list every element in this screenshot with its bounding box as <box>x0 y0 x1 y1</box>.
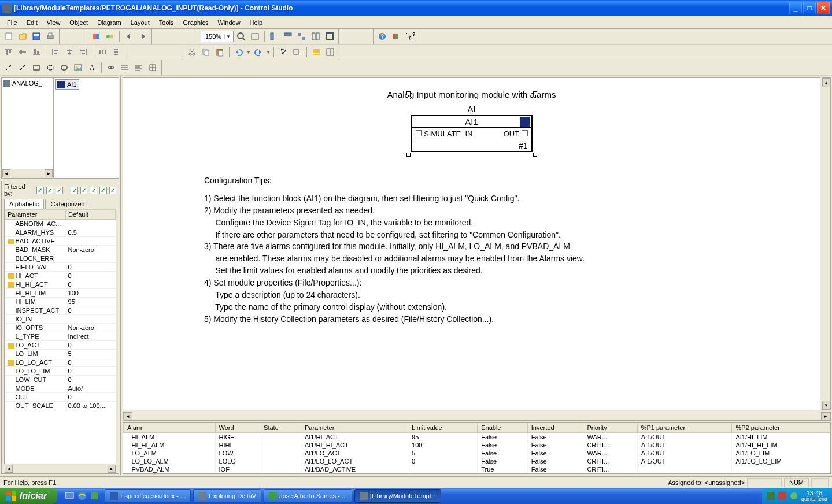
alarm-header[interactable]: Inverted <box>527 423 583 433</box>
align-right-icon[interactable] <box>77 46 90 58</box>
clock[interactable]: 13:48 quinta-feira <box>801 490 827 502</box>
arrow-tool-icon[interactable] <box>16 61 29 74</box>
param-row[interactable]: LO_LO_ACT0 <box>5 358 116 367</box>
filter-check-6[interactable]: ✓ <box>90 187 97 194</box>
zoom-input[interactable] <box>202 33 224 40</box>
text-tool-icon[interactable]: A <box>86 61 98 74</box>
param-header-name[interactable]: Parameter <box>5 210 66 220</box>
cut-icon[interactable] <box>186 46 198 58</box>
window-3-icon[interactable] <box>295 30 308 43</box>
redo-icon[interactable] <box>252 46 265 58</box>
picture-tool-icon[interactable] <box>72 61 84 74</box>
alarm-header[interactable]: %P1 parameter <box>637 423 732 433</box>
tb-add-block[interactable] <box>90 30 102 43</box>
tray-icon[interactable] <box>767 492 775 500</box>
param-row[interactable]: FIELD_VAL0 <box>5 263 116 272</box>
alarm-header[interactable]: Alarm <box>124 423 216 433</box>
ellipse-tool-icon[interactable] <box>44 61 57 74</box>
window-maximize-icon[interactable] <box>323 30 336 43</box>
param-row[interactable]: IO_OPTSNon-zero <box>5 324 116 332</box>
hierarchy-root[interactable]: ANALOG_ <box>2 78 53 88</box>
selection-handle[interactable] <box>533 153 537 157</box>
param-header-default[interactable]: Default <box>66 210 116 220</box>
filter-check-4[interactable]: ✓ <box>71 187 78 194</box>
alarm-row[interactable]: LO_ALMLOWAI1/LO_ACT5FalseFalseWAR...AI1/… <box>124 449 830 457</box>
param-row[interactable]: ABNORM_AC... <box>5 220 116 228</box>
param-row[interactable]: BAD_MASKNon-zero <box>5 246 116 254</box>
zoom-combo[interactable]: ▼ <box>201 31 234 42</box>
alarm-header[interactable]: Word <box>215 423 260 433</box>
print-button[interactable] <box>44 30 57 43</box>
menu-graphics[interactable]: Graphics <box>178 18 213 27</box>
chevron-down-icon[interactable]: ▼ <box>224 34 232 39</box>
param-row[interactable]: MODEAuto/ <box>5 384 116 393</box>
tab-categorized[interactable]: Categorized <box>45 199 90 209</box>
hierarchy-scrollbar[interactable]: ◄► <box>2 169 53 178</box>
distribute-h-icon[interactable] <box>96 46 109 58</box>
paste-icon[interactable] <box>213 46 226 58</box>
line-tool-icon[interactable] <box>2 61 15 74</box>
tray-icon[interactable] <box>790 492 798 500</box>
tb-arrow-left[interactable] <box>123 30 135 43</box>
new-button[interactable] <box>2 30 15 43</box>
view-toggle-icon[interactable] <box>324 46 337 58</box>
param-row[interactable]: HI_LIM95 <box>5 298 116 306</box>
maximize-button[interactable]: □ <box>803 2 816 14</box>
param-row[interactable]: HI_HI_LIM100 <box>5 289 116 298</box>
alarm-grid[interactable]: AlarmWordStateParameterLimit valueEnable… <box>123 422 831 474</box>
zoom-fit-icon[interactable] <box>249 30 261 43</box>
function-block[interactable]: AI AI1 SIMULATE_IN OUT #1 <box>411 104 533 152</box>
close-button[interactable]: ✕ <box>817 2 830 14</box>
alarm-row[interactable]: HI_ALMHIGHAI1/HI_ACT95FalseFalseWAR...AI… <box>124 433 830 442</box>
alarm-header[interactable]: Limit value <box>408 423 478 433</box>
whatsthis-icon[interactable]: ? <box>404 30 416 43</box>
param-scrollbar-h[interactable]: ◄► <box>4 464 116 473</box>
param-row[interactable]: INSPECT_ACT0 <box>5 306 116 315</box>
system-tray[interactable]: 13:48 quinta-feira <box>762 488 832 504</box>
param-row[interactable]: L_TYPEIndirect <box>5 332 116 341</box>
taskbar-button[interactable]: José Alberto Santos - ... <box>264 489 352 503</box>
alarm-header[interactable]: Enable <box>478 423 528 433</box>
grid-icon[interactable] <box>146 61 159 74</box>
tb-link[interactable] <box>103 30 116 43</box>
param-row[interactable]: LO_LO_LIM0 <box>5 367 116 376</box>
filter-check-7[interactable]: ✓ <box>99 187 107 194</box>
roundrect-tool-icon[interactable] <box>58 61 71 74</box>
parameter-grid[interactable]: Parameter Default ABNORM_AC...ALARM_HYS0… <box>4 209 116 464</box>
window-2-icon[interactable] <box>282 30 294 43</box>
alarm-row[interactable]: HI_HI_ALMHIHIAI1/HI_HI_ACT100FalseFalseC… <box>124 441 830 449</box>
selection-handle[interactable] <box>533 91 537 95</box>
filter-check-1[interactable]: ✓ <box>36 187 44 194</box>
output-port[interactable] <box>522 130 528 136</box>
param-row[interactable]: IO_IN <box>5 315 116 324</box>
menu-diagram[interactable]: Diagram <box>93 18 126 27</box>
menu-tools[interactable]: Tools <box>154 18 179 27</box>
alarm-header[interactable]: Parameter <box>301 423 408 433</box>
param-row[interactable]: BLOCK_ERR <box>5 254 116 263</box>
redo-dropdown-icon[interactable]: ▼ <box>266 50 271 55</box>
copy-icon[interactable] <box>199 46 212 58</box>
selection-handle[interactable] <box>406 153 411 157</box>
lines1-icon[interactable] <box>119 61 131 74</box>
distribute-v-icon[interactable] <box>110 46 123 58</box>
window-4-icon[interactable] <box>309 30 322 43</box>
align-center-icon[interactable] <box>63 46 76 58</box>
window-1-icon[interactable] <box>268 30 280 43</box>
filter-check-2[interactable]: ✓ <box>46 187 54 194</box>
param-row[interactable]: LO_ACT0 <box>5 341 116 350</box>
ql-desktop-icon[interactable] <box>64 491 75 501</box>
menu-object[interactable]: Object <box>65 18 93 27</box>
zoom-in-icon[interactable] <box>235 30 247 43</box>
pointer-icon[interactable] <box>277 46 290 58</box>
taskbar-button[interactable]: Especificação.docx - ... <box>105 489 191 503</box>
menu-file[interactable]: File <box>2 18 22 27</box>
start-button[interactable]: Iniciar <box>0 488 57 504</box>
param-row[interactable]: OUT_SCALE0.00 to 100.... <box>5 402 116 410</box>
block-add-icon[interactable]: + <box>291 46 304 58</box>
param-row[interactable]: OUT0 <box>5 393 116 402</box>
undo-icon[interactable] <box>232 46 245 58</box>
align-bottom-icon[interactable] <box>30 46 43 58</box>
param-row[interactable]: LO_LIM5 <box>5 350 116 358</box>
param-row[interactable]: LOW_CUT0 <box>5 376 116 384</box>
param-row[interactable]: BAD_ACTIVE <box>5 237 116 246</box>
